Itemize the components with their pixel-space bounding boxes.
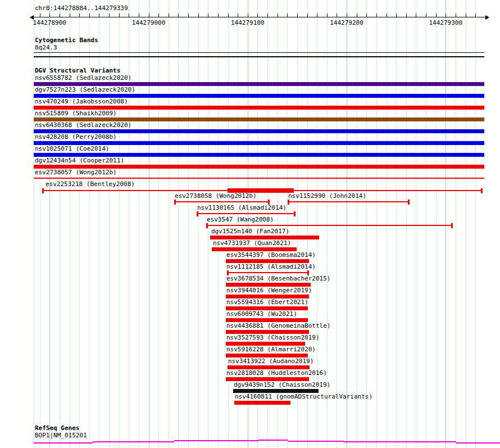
ruler-tick-label: 144279300 bbox=[429, 19, 462, 26]
gene-line-segment[interactable] bbox=[288, 441, 344, 442]
variant-bar[interactable] bbox=[226, 259, 309, 263]
variant-label[interactable]: nsv4436881 (GenomeinaBottle) bbox=[226, 323, 330, 329]
gene-line-segment[interactable] bbox=[344, 441, 456, 442]
variant-bar[interactable] bbox=[34, 153, 484, 157]
ruler-tick bbox=[60, 13, 60, 17]
variant-bar[interactable] bbox=[34, 82, 484, 86]
ruler-tick bbox=[198, 13, 199, 17]
genome-browser-panel: chr8:144278884..144279339 14427890014427… bbox=[0, 0, 500, 448]
variant-label[interactable]: nsv1152990 (John2014) bbox=[288, 193, 366, 200]
ruler-tick bbox=[456, 13, 456, 17]
gene-line-segment[interactable] bbox=[258, 440, 288, 441]
variant-bar[interactable] bbox=[34, 94, 484, 98]
ruler-tick-label: 144278900 bbox=[33, 19, 66, 26]
variant-bar[interactable] bbox=[210, 236, 319, 239]
gene-line-segment[interactable] bbox=[93, 441, 174, 442]
variant-line-cap bbox=[174, 200, 176, 205]
variant-label[interactable]: nsv6558782 (Sedlazeck2020) bbox=[35, 75, 131, 82]
variant-label[interactable]: nsv6009743 (Wu2021) bbox=[226, 311, 297, 318]
variant-label[interactable]: esv3678534 (Besenbacher2015) bbox=[226, 275, 330, 282]
variant-bar[interactable] bbox=[34, 141, 484, 145]
v-gridline bbox=[426, 0, 426, 448]
ruler-tick bbox=[466, 13, 466, 17]
v-gridline bbox=[218, 0, 219, 448]
variant-label[interactable]: esv2738057 (Wong2012b) bbox=[35, 169, 117, 176]
cytoband-top-line bbox=[34, 52, 484, 53]
variant-bar[interactable] bbox=[34, 129, 484, 133]
variant-line[interactable] bbox=[207, 225, 452, 226]
variant-bar[interactable] bbox=[226, 354, 308, 358]
variant-label[interactable]: nsv6430368 (Sedlazeck2020) bbox=[35, 122, 131, 129]
ruler-tick bbox=[158, 13, 159, 17]
variant-line[interactable] bbox=[175, 201, 269, 202]
variant-bar[interactable] bbox=[226, 318, 308, 322]
v-gridline bbox=[149, 0, 149, 448]
v-gridline bbox=[347, 0, 347, 448]
variant-bar[interactable] bbox=[226, 283, 311, 287]
variant-label[interactable]: dgv7527n223 (Sedlazeck2020) bbox=[35, 87, 135, 93]
gene-label[interactable]: BOP1|NM_015201 bbox=[35, 432, 87, 439]
variant-line[interactable] bbox=[288, 201, 408, 202]
variant-line-cap bbox=[288, 200, 289, 205]
ruler-tick bbox=[396, 13, 397, 17]
gene-line-segment[interactable] bbox=[456, 442, 500, 444]
v-gridline bbox=[387, 0, 387, 448]
ruler-tick-label: 144279100 bbox=[231, 19, 265, 26]
v-gridline bbox=[406, 0, 407, 448]
variant-label[interactable]: nsv3944016 (Wenger2019) bbox=[226, 287, 312, 294]
variant-label[interactable]: esv3547 (Wang2008) bbox=[207, 216, 274, 223]
variant-bar[interactable] bbox=[212, 247, 297, 251]
variant-label[interactable]: dgv1525n140 (Fan2017) bbox=[211, 228, 289, 235]
variant-bar[interactable] bbox=[226, 295, 309, 298]
variant-label[interactable]: dgv12434n54 (Cooper2011) bbox=[35, 157, 124, 164]
variant-label[interactable]: esv2253218 (Bentley2008) bbox=[46, 181, 135, 188]
ruler-tick bbox=[228, 13, 229, 17]
section-title-cytogenetic-bands: Cytogenetic Bands bbox=[35, 37, 98, 44]
ruler-tick bbox=[89, 13, 90, 17]
variant-label[interactable]: nsv1112185 (Alsmadi2014) bbox=[226, 264, 316, 270]
variant-bar[interactable] bbox=[228, 365, 310, 369]
variant-label[interactable]: nsv515809 (Shaikh2009) bbox=[35, 110, 117, 117]
variant-label[interactable]: nsv4160811 (gnomADStructuralVariants) bbox=[235, 393, 372, 400]
variant-bar[interactable] bbox=[34, 106, 484, 110]
variant-bar[interactable] bbox=[234, 401, 290, 405]
variant-bar[interactable] bbox=[226, 342, 305, 346]
variant-bar[interactable] bbox=[226, 377, 309, 381]
ruler-tick bbox=[99, 13, 99, 17]
variant-bar[interactable] bbox=[226, 330, 309, 334]
variant-label[interactable]: nsv3527593 (Chaisson2019) bbox=[226, 334, 320, 341]
variant-label[interactable]: nsv5916228 (Almarri2020) bbox=[226, 346, 316, 353]
variant-line-cap bbox=[197, 211, 198, 216]
ruler-tick bbox=[119, 13, 120, 17]
variant-line[interactable] bbox=[228, 272, 308, 273]
variant-label[interactable]: nsv5594316 (Ebert2021) bbox=[226, 299, 308, 306]
variant-label[interactable]: esv3544397 (Boomsma2014) bbox=[226, 252, 316, 259]
variant-label[interactable]: esv2738058 (Wong2012b) bbox=[175, 193, 257, 200]
gene-line-segment[interactable] bbox=[174, 440, 258, 441]
variant-line-cap bbox=[206, 223, 208, 228]
v-gridline bbox=[169, 0, 169, 448]
variant-bar[interactable] bbox=[34, 165, 484, 169]
variant-bar[interactable] bbox=[226, 306, 308, 310]
ruler-tick bbox=[297, 13, 298, 17]
variant-label[interactable]: nsv3413922 (Audano2019) bbox=[228, 358, 313, 365]
variant-label[interactable]: nsv2818028 (Huddleston2016) bbox=[226, 370, 327, 377]
variant-label[interactable]: nsv428208 (Perry2008b) bbox=[35, 134, 117, 141]
ruler-tick bbox=[347, 13, 347, 17]
variant-label[interactable]: nsv1025071 (Coe2014) bbox=[35, 146, 109, 152]
ruler-tick bbox=[208, 13, 208, 17]
variant-line[interactable] bbox=[34, 178, 484, 179]
variant-label[interactable]: nsv4731937 (Quan2021) bbox=[213, 240, 291, 247]
variant-label[interactable]: nsv470249 (Jakobsson2008) bbox=[35, 98, 128, 105]
ruler-tick bbox=[169, 13, 169, 17]
v-gridline bbox=[178, 0, 179, 448]
variant-label[interactable]: dgv9439n152 (Chaisson2019) bbox=[234, 382, 330, 388]
variant-line[interactable] bbox=[197, 213, 294, 214]
gene-line-segment[interactable] bbox=[34, 442, 93, 444]
variant-label[interactable]: nsv1130165 (Alsmadi2014) bbox=[197, 205, 287, 211]
cytoband-label[interactable]: 8q24.3 bbox=[35, 44, 57, 51]
ruler-tick bbox=[188, 13, 189, 17]
variant-bar[interactable] bbox=[233, 389, 319, 393]
cytoband-bottom-line bbox=[34, 56, 484, 57]
variant-bar[interactable] bbox=[34, 117, 484, 121]
